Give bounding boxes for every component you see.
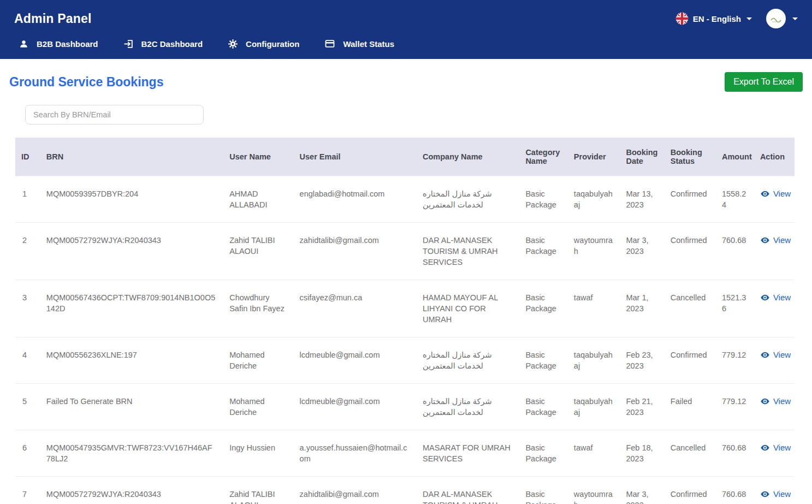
- cell-category_name: Basic Package: [518, 430, 566, 476]
- cell-user_email: lcdmeuble@gmail.com: [292, 383, 415, 430]
- cell-action: View: [752, 280, 795, 337]
- cell-amount: 1521.36: [714, 280, 752, 337]
- cell-brn: MQM00572792WJYA:R2040343: [39, 476, 222, 504]
- cell-booking_status: Cancelled: [663, 430, 714, 476]
- view-label: View: [773, 396, 791, 407]
- cell-category_name: Basic Package: [518, 383, 566, 430]
- search-input[interactable]: [25, 105, 204, 124]
- cell-company_name: DAR AL-MANASEK TOURISM & UMRAH SERVICES: [415, 476, 518, 504]
- cell-brn: MQM00547935GMVR:TWF8723:VV167H46AF78LJ2: [39, 430, 222, 476]
- table-row: 7MQM00572792WJYA:R2040343Zahid TALIBI AL…: [15, 476, 795, 504]
- cell-category_name: Basic Package: [518, 222, 566, 280]
- column-header-provider: Provider: [566, 138, 619, 176]
- cell-id: 2: [15, 222, 39, 280]
- cell-booking_date: Feb 21, 2023: [618, 383, 662, 430]
- cell-brn: MQM00556236XLNE:197: [39, 337, 222, 383]
- cell-user_email: a.youssef.hussaien@hotmail.com: [292, 430, 415, 476]
- column-header-user_name: User Name: [222, 138, 292, 176]
- column-header-id: ID: [15, 138, 39, 176]
- page-title: Ground Service Bookings: [9, 75, 163, 90]
- cell-action: View: [752, 383, 795, 430]
- person-icon: [19, 39, 29, 49]
- table-header-row: IDBRNUser NameUser EmailCompany NameCate…: [15, 138, 795, 176]
- table-row: 1MQM00593957DBYR:204AHMAD ALLABADIenglab…: [15, 176, 795, 222]
- table-row: 6MQM00547935GMVR:TWF8723:VV167H46AF78LJ2…: [15, 430, 795, 476]
- cell-category_name: Basic Package: [518, 280, 566, 337]
- view-label: View: [773, 489, 791, 500]
- cell-booking_date: Feb 18, 2023: [618, 430, 662, 476]
- eye-icon: [760, 293, 770, 303]
- user-menu[interactable]: [766, 9, 798, 28]
- wallet-icon: [324, 38, 335, 49]
- cell-company_name: شركة منازل المختاره لخدمات المعتمرين: [415, 337, 518, 383]
- view-label: View: [773, 235, 791, 246]
- view-button[interactable]: View: [760, 188, 791, 200]
- cell-id: 1: [15, 176, 39, 222]
- nav-item-wallet-status[interactable]: Wallet Status: [324, 38, 394, 49]
- table-row: 4MQM00556236XLNE:197Mohamed Derichelcdme…: [15, 337, 795, 383]
- cell-provider: waytoumrah: [566, 222, 619, 280]
- cell-booking_date: Mar 13, 2023: [618, 176, 662, 222]
- cell-booking_date: Mar 3, 2023: [618, 222, 662, 280]
- cell-amount: 779.12: [714, 337, 752, 383]
- cell-booking_status: Confirmed: [663, 176, 714, 222]
- chevron-down-icon: [746, 17, 752, 20]
- chevron-down-icon: [792, 17, 798, 20]
- avatar: [766, 9, 786, 28]
- top-bar: Admin Panel EN - English: [0, 0, 812, 59]
- cell-booking_status: Confirmed: [663, 476, 714, 504]
- nav-item-configuration[interactable]: Configuration: [228, 39, 299, 49]
- cell-category_name: Basic Package: [518, 176, 566, 222]
- cell-user_name: Zahid TALIBI ALAOUI: [222, 476, 292, 504]
- column-header-user_email: User Email: [292, 138, 415, 176]
- export-to-excel-button[interactable]: Export To Excel: [725, 72, 803, 92]
- cell-provider: tawaf: [566, 430, 619, 476]
- cell-booking_date: Mar 1, 2023: [618, 280, 662, 337]
- cell-booking_status: Confirmed: [663, 337, 714, 383]
- cell-user_name: Chowdhury Safin Ibn Fayez: [222, 280, 292, 337]
- cell-provider: taqabulyahaj: [566, 383, 619, 430]
- cell-id: 3: [15, 280, 39, 337]
- view-label: View: [773, 292, 791, 304]
- view-button[interactable]: View: [760, 292, 791, 304]
- eye-icon: [760, 189, 770, 199]
- cell-brn: MQM00567436OCPT:TWF8709:9014NB1O0O5142D: [39, 280, 222, 337]
- column-header-category_name: Category Name: [518, 138, 566, 176]
- cell-company_name: شركة منازل المختاره لخدمات المعتمرين: [415, 176, 518, 222]
- cell-user_email: englabadi@hotmail.com: [292, 176, 415, 222]
- view-button[interactable]: View: [760, 442, 791, 454]
- view-button[interactable]: View: [760, 489, 791, 500]
- view-label: View: [773, 349, 791, 361]
- view-button[interactable]: View: [760, 235, 791, 246]
- view-label: View: [773, 442, 791, 454]
- cell-booking_date: Feb 23, 2023: [618, 337, 662, 383]
- cell-user_name: Ingy Hussien: [222, 430, 292, 476]
- cell-company_name: شركة منازل المختاره لخدمات المعتمرين: [415, 383, 518, 430]
- cell-provider: tawaf: [566, 280, 619, 337]
- column-header-booking_date: Booking Date: [618, 138, 662, 176]
- cell-id: 5: [15, 383, 39, 430]
- cell-brn: MQM00572792WJYA:R2040343: [39, 222, 222, 280]
- cell-brn: Failed To Generate BRN: [39, 383, 222, 430]
- view-button[interactable]: View: [760, 396, 791, 407]
- cell-provider: taqabulyahaj: [566, 176, 619, 222]
- cell-user_email: zahidtalibi@gmail.com: [292, 222, 415, 280]
- cell-user_name: Zahid TALIBI ALAOUI: [222, 222, 292, 280]
- cell-brn: MQM00593957DBYR:204: [39, 176, 222, 222]
- main-nav: B2B Dashboard B2C Dashboard: [0, 29, 812, 59]
- uk-flag-icon: [675, 12, 689, 25]
- cell-amount: 779.12: [714, 383, 752, 430]
- cell-user_name: AHMAD ALLABADI: [222, 176, 292, 222]
- cell-category_name: Basic Package: [518, 337, 566, 383]
- nav-label: Configuration: [246, 39, 299, 49]
- cell-amount: 1558.24: [714, 176, 752, 222]
- cell-booking_date: Mar 3, 2023: [618, 476, 662, 504]
- view-button[interactable]: View: [760, 349, 791, 361]
- eye-icon: [760, 443, 770, 453]
- eye-icon: [760, 350, 770, 360]
- language-selector[interactable]: EN - English: [675, 12, 752, 25]
- cell-id: 6: [15, 430, 39, 476]
- nav-item-b2b-dashboard[interactable]: B2B Dashboard: [19, 39, 98, 49]
- nav-item-b2c-dashboard[interactable]: B2C Dashboard: [123, 39, 203, 49]
- cell-booking_status: Cancelled: [663, 280, 714, 337]
